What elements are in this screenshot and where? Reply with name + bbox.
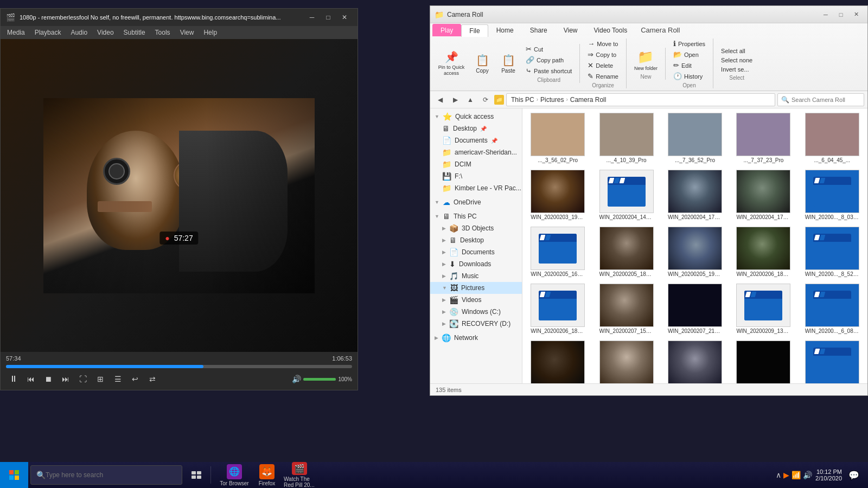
file-item-11[interactable]: WIN_20200207_15_54_13_Pro	[593, 281, 659, 336]
file-item-12[interactable]: WIN_20200207_21_14_15_Pro	[662, 281, 728, 336]
vlc-extended-button[interactable]: ⊞	[93, 371, 108, 387]
vlc-stop-button[interactable]: ⏹	[41, 371, 56, 387]
vlc-minimize-button[interactable]: ─	[304, 10, 320, 25]
sidebar-music[interactable]: ▶ 🎵 Music	[430, 270, 522, 282]
vlc-menu-media[interactable]: Media	[3, 28, 29, 37]
file-item-18[interactable]: WIN_20200210_18_39_18_Pro	[730, 338, 796, 383]
back-button[interactable]: ◀	[433, 93, 446, 106]
taskbar-search-input[interactable]	[46, 471, 176, 479]
vlc-pause-button[interactable]: ⏸	[6, 371, 21, 387]
vlc-fullscreen-button[interactable]: ⛶	[75, 371, 91, 387]
file-item-10[interactable]: WIN_20200206_18_53_11_Pro	[525, 281, 591, 336]
refresh-button[interactable]: ⟳	[479, 93, 492, 106]
vlc-next-button[interactable]: ⏭	[58, 371, 73, 387]
taskbar-app-tor[interactable]: 🌐 Tor Browser	[219, 462, 250, 488]
open-button[interactable]: 📂 Open	[670, 49, 709, 60]
pin-quick-access-button[interactable]: 📌 Pin to Quick access	[435, 49, 468, 78]
search-input[interactable]	[792, 97, 860, 103]
search-bar[interactable]: 🔍	[777, 93, 864, 106]
sidebar-network[interactable]: ▶ 🌐 Network	[430, 332, 522, 344]
file-item-17[interactable]: WIN_20200210_18_21_18_Pro	[662, 338, 728, 383]
ribbon-tab-video-tools[interactable]: Video Tools	[586, 24, 636, 36]
vlc-progress-bar[interactable]	[6, 365, 352, 368]
copy-button[interactable]: 📋 Copy	[470, 52, 494, 75]
rename-button[interactable]: ✎ Rename	[584, 71, 622, 81]
cut-button[interactable]: ✂ Cut	[522, 44, 575, 54]
up-button[interactable]: ▲	[464, 93, 477, 106]
vlc-volume-bar[interactable]	[303, 378, 336, 381]
forward-button[interactable]: ▶	[449, 93, 462, 106]
sidebar-windows-c[interactable]: ▶ 💿 Windows (C:)	[430, 306, 522, 318]
file-item-19[interactable]: WIN_20200..._1_15_11_...	[799, 338, 865, 383]
file-item-0[interactable]: WIN_20200203_19_14_42_Pro	[525, 168, 591, 222]
path-camera-roll[interactable]: Camera Roll	[570, 96, 607, 104]
taskbar-search-area[interactable]: 🔍	[30, 465, 182, 485]
select-none-button[interactable]: Select none	[718, 56, 756, 65]
sidebar-documents2[interactable]: ▶ 📄 Documents	[430, 246, 522, 258]
vlc-menu-view[interactable]: View	[176, 28, 199, 37]
taskbar-app-firefox[interactable]: 🦊 Firefox	[251, 462, 283, 488]
sidebar-pictures[interactable]: ▼ 🖼 Pictures	[430, 282, 522, 294]
file-item-top2[interactable]: ..._4_10_39_Pro	[593, 111, 659, 165]
sidebar-videos[interactable]: ▶ 🎬 Videos	[430, 294, 522, 306]
file-item-4[interactable]: WIN_20200..._8_03_12_...	[799, 168, 865, 222]
sidebar-item-americavr[interactable]: 📁 americavr-Sheridan...	[430, 146, 522, 158]
explorer-maximize-button[interactable]: □	[834, 8, 848, 22]
taskbar-app-video[interactable]: 🎬 Watch The Red Pill 20...	[284, 462, 315, 488]
vlc-menu-audio[interactable]: Audio	[66, 28, 92, 37]
file-item-14[interactable]: WIN_20200..._6_08_31_...	[799, 281, 865, 336]
tray-arrow-icon[interactable]: ∧	[776, 471, 781, 479]
properties-button[interactable]: ℹ Properties	[670, 38, 709, 49]
new-folder-button[interactable]: 📁 New folder	[631, 48, 661, 73]
select-all-button[interactable]: Select all	[718, 47, 756, 55]
path-this-pc[interactable]: This PC	[511, 96, 534, 104]
taskbar-time[interactable]: 10:12 PM 2/10/2020	[815, 468, 842, 481]
sidebar-quick-access[interactable]: ▼ ⭐ Quick access	[430, 111, 522, 123]
path-pictures[interactable]: Pictures	[540, 96, 564, 104]
sidebar-item-documents[interactable]: 📄 Documents 📌	[430, 134, 522, 146]
sidebar-item-kimber[interactable]: 📁 Kimber Lee - VR Pac...	[430, 182, 522, 194]
vlc-menu-subtitle[interactable]: Subtitle	[119, 28, 150, 37]
vlc-random-button[interactable]: ⇄	[145, 371, 160, 387]
sidebar-item-dcim[interactable]: 📁 DCIM	[430, 158, 522, 170]
explorer-minimize-button[interactable]: ─	[819, 8, 833, 22]
task-view-button[interactable]	[184, 462, 208, 488]
file-item-9[interactable]: WIN_20200..._8_52_46_...	[799, 224, 865, 279]
history-button[interactable]: 🕐 History	[670, 71, 709, 81]
sidebar-desktop2[interactable]: ▶ 🖥 Desktop	[430, 234, 522, 246]
sidebar-item-fdrive[interactable]: 💾 F:\	[430, 170, 522, 182]
ribbon-tab-view[interactable]: View	[556, 24, 586, 36]
vlc-menu-tools[interactable]: Tools	[151, 28, 175, 37]
file-item-13[interactable]: WIN_20200209_13_12_02_Pro	[730, 281, 796, 336]
invert-selection-button[interactable]: Invert se...	[718, 65, 756, 74]
ribbon-tab-home[interactable]: Home	[488, 24, 522, 36]
vlc-maximize-button[interactable]: □	[321, 10, 336, 25]
file-item-top1[interactable]: ..._3_56_02_Pro	[525, 111, 591, 165]
file-item-6[interactable]: WIN_20200205_18_59_26_Pro	[593, 224, 659, 279]
file-item-5[interactable]: WIN_20200205_16_20_53_Pro	[525, 224, 591, 279]
tray-vlc-icon[interactable]: ▶	[783, 471, 789, 479]
file-item-top5[interactable]: ..._6_04_45_...	[799, 111, 865, 165]
paste-shortcut-button[interactable]: ⤷ Paste shortcut	[522, 66, 575, 76]
sidebar-item-desktop[interactable]: 🖥 Desktop 📌	[430, 123, 522, 134]
sidebar-recovery-d[interactable]: ▶ 💽 RECOVERY (D:)	[430, 318, 522, 330]
file-item-8[interactable]: WIN_20200206_18_45_59_Pro	[730, 224, 796, 279]
edit-button[interactable]: ✏ Edit	[670, 60, 709, 70]
file-item-3[interactable]: WIN_20200204_17_36_20_Pro	[730, 168, 796, 222]
paste-button[interactable]: 📋 Paste	[496, 52, 520, 75]
address-path-bar[interactable]: This PC › Pictures › Camera Roll	[506, 93, 775, 106]
sidebar-onedrive[interactable]: ▼ ☁ OneDrive	[430, 196, 522, 208]
start-button[interactable]	[0, 462, 28, 488]
sidebar-3d-objects[interactable]: ▶ 📦 3D Objects	[430, 222, 522, 234]
vlc-playlist-button[interactable]: ☰	[110, 371, 125, 387]
ribbon-tab-file[interactable]: File	[461, 24, 488, 37]
copy-to-button[interactable]: ⇒ Copy to	[584, 49, 622, 60]
file-item-top3[interactable]: ..._7_36_52_Pro	[662, 111, 728, 165]
ribbon-tab-share[interactable]: Share	[522, 24, 556, 36]
sidebar-downloads[interactable]: ▶ ⬇ Downloads	[430, 258, 522, 270]
tray-network-icon[interactable]: 📶	[792, 471, 801, 479]
file-item-7[interactable]: WIN_20200205_19_15_38_Pro	[662, 224, 728, 279]
vlc-menu-help[interactable]: Help	[199, 28, 221, 37]
vlc-prev-button[interactable]: ⏮	[23, 371, 39, 387]
vlc-loop-button[interactable]: ↩	[127, 371, 143, 387]
